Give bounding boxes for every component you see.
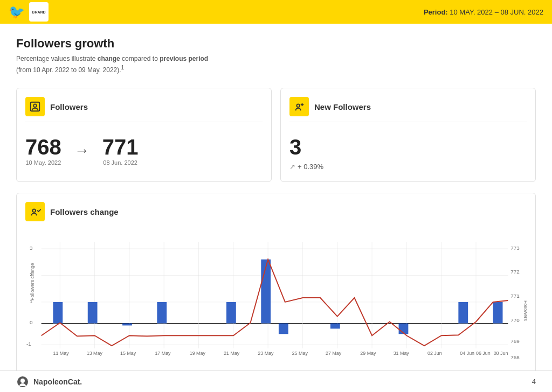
- svg-rect-46: [458, 302, 468, 324]
- brand-logo: BRAND: [29, 2, 49, 22]
- trend-up-icon: ↗: [289, 163, 295, 171]
- svg-text:29 May: 29 May: [360, 351, 376, 356]
- svg-text:Followers: Followers: [523, 300, 527, 321]
- svg-text:19 May: 19 May: [190, 351, 206, 356]
- followers-card-body: 768 10 May. 2022 → 771 08 Jun. 2022: [25, 129, 263, 168]
- followers-end-date: 08 Jun. 2022: [102, 159, 139, 166]
- svg-text:23 May: 23 May: [258, 351, 274, 356]
- chart-card-title: Followers change: [50, 207, 119, 216]
- svg-text:772: 772: [510, 269, 519, 275]
- followers-card-header: Followers: [25, 97, 263, 122]
- chart-area: 3 2 1 0 -1 Followers change 773 772 771 …: [25, 228, 527, 368]
- footer-page-number: 4: [532, 377, 536, 386]
- followers-icon: [25, 97, 45, 116]
- new-followers-card-title: New Followers: [314, 102, 371, 111]
- svg-text:02 Jun: 02 Jun: [427, 351, 442, 356]
- svg-text:-1: -1: [26, 341, 31, 347]
- svg-text:25 May: 25 May: [292, 351, 308, 356]
- new-followers-trend: ↗ + 0.39%: [289, 163, 527, 171]
- chart-icon: [25, 202, 45, 221]
- svg-text:04 Jun: 04 Jun: [460, 351, 474, 356]
- svg-text:3: 3: [30, 245, 33, 251]
- svg-rect-38: [88, 302, 98, 324]
- new-followers-card-body: 3 ↗ + 0.39%: [289, 129, 527, 173]
- svg-text:773: 773: [510, 245, 520, 251]
- period-label: Period:: [424, 8, 448, 16]
- footer-logo-text: NapoleonCat.: [33, 377, 82, 386]
- svg-text:11 May: 11 May: [53, 351, 69, 356]
- svg-rect-40: [157, 302, 167, 324]
- trend-value: + 0.39%: [298, 163, 323, 171]
- svg-text:08 Jun: 08 Jun: [494, 351, 508, 356]
- svg-text:771: 771: [510, 293, 520, 299]
- chart-card-header: Followers change: [25, 202, 527, 221]
- svg-text:15 May: 15 May: [120, 351, 136, 356]
- svg-rect-47: [493, 302, 503, 324]
- header: 🐦 BRAND Period: 10 MAY. 2022 – 08 JUN. 2…: [0, 0, 552, 24]
- svg-rect-44: [330, 323, 340, 328]
- footer: NapoleonCat. 4: [0, 370, 552, 392]
- new-followers-card-header: New Followers: [289, 97, 527, 122]
- svg-point-1: [33, 104, 37, 107]
- svg-text:769: 769: [510, 338, 520, 344]
- svg-text:13 May: 13 May: [87, 351, 103, 356]
- svg-text:770: 770: [510, 317, 520, 323]
- followers-start-group: 768 10 May. 2022: [25, 135, 61, 166]
- followers-end-value: 771: [102, 135, 139, 159]
- new-followers-card: New Followers 3 ↗ + 0.39%: [280, 88, 536, 182]
- svg-text:0: 0: [30, 319, 33, 325]
- followers-end-group: 771 08 Jun. 2022: [102, 135, 139, 166]
- svg-text:768: 768: [510, 354, 520, 360]
- new-followers-value: 3: [289, 135, 527, 159]
- followers-card-title: Followers: [50, 102, 88, 111]
- svg-point-64: [20, 379, 25, 383]
- footer-logo: NapoleonCat.: [16, 375, 82, 388]
- main-content: Followers growth Percentage values illus…: [0, 24, 552, 392]
- svg-rect-39: [122, 323, 132, 325]
- twitter-icon: 🐦: [9, 4, 25, 19]
- svg-point-5: [32, 209, 35, 212]
- subtitle-line1: Percentage values illustrate change comp…: [16, 55, 208, 62]
- period-value: 10 MAY. 2022 – 08 JUN. 2022: [450, 8, 543, 16]
- napoleoncat-logo-icon: [16, 375, 29, 388]
- subtitle: Percentage values illustrate change comp…: [16, 54, 536, 75]
- svg-text:31 May: 31 May: [394, 351, 410, 356]
- page-title: Followers growth: [16, 37, 536, 51]
- cards-row: Followers 768 10 May. 2022 → 771 08 Jun.…: [16, 88, 536, 182]
- svg-text:Followers change: Followers change: [30, 263, 35, 300]
- svg-text:21 May: 21 May: [224, 351, 240, 356]
- followers-start-value: 768: [25, 135, 61, 159]
- new-followers-icon: [289, 97, 309, 116]
- svg-rect-41: [226, 302, 236, 324]
- subtitle-line2: (from 10 Apr. 2022 to 09 May. 2022).1: [16, 66, 124, 74]
- arrow-icon: →: [74, 142, 89, 159]
- chart-svg: 3 2 1 0 -1 Followers change 773 772 771 …: [25, 228, 527, 368]
- svg-rect-37: [53, 302, 63, 324]
- chart-card: Followers change 3 2 1 0 -1 Followers ch…: [16, 193, 536, 389]
- followers-card: Followers 768 10 May. 2022 → 771 08 Jun.…: [16, 88, 272, 182]
- svg-text:27 May: 27 May: [326, 351, 342, 356]
- svg-text:06 Jun: 06 Jun: [476, 351, 491, 356]
- svg-rect-43: [279, 323, 288, 334]
- followers-start-date: 10 May. 2022: [25, 159, 61, 166]
- header-logos: 🐦 BRAND: [9, 2, 49, 22]
- header-period: Period: 10 MAY. 2022 – 08 JUN. 2022: [424, 8, 543, 16]
- svg-point-2: [296, 104, 300, 107]
- svg-text:17 May: 17 May: [155, 351, 171, 356]
